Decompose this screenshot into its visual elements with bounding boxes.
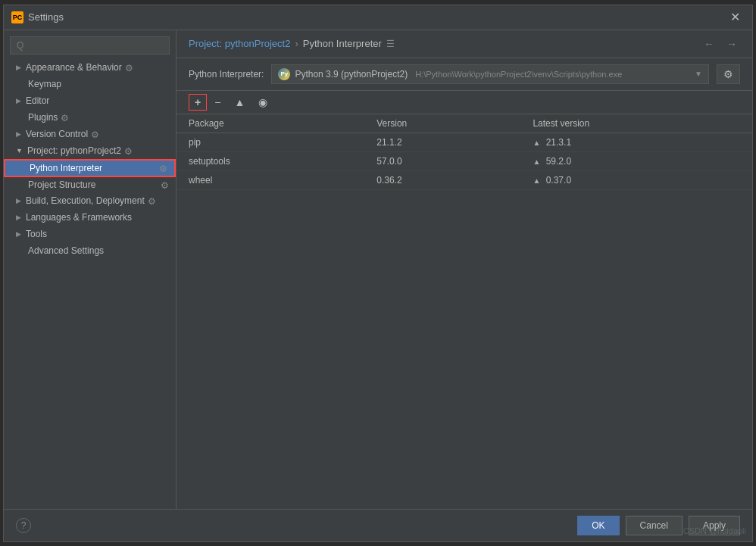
table-header: Package Version Latest version (177, 114, 752, 133)
sidebar-item-label: Project: pythonProject2 (27, 145, 121, 156)
upgrade-arrow-icon: ▲ (533, 176, 540, 185)
settings-dialog: PC Settings ✕ ▶ Appearance & Behavior ⚙ … (3, 5, 753, 542)
sidebar-item-label: Plugins (28, 112, 58, 123)
breadcrumb-current: Python Interpreter (303, 38, 382, 49)
sidebar-item-label: Build, Execution, Deployment (26, 195, 145, 206)
settings-icon: ⚙ (125, 63, 134, 72)
cell-package: wheel (177, 170, 364, 189)
sidebar-item-languages[interactable]: ▶ Languages & Frameworks (4, 209, 176, 226)
sidebar-item-label: Advanced Settings (28, 245, 104, 256)
settings-icon: ⚙ (148, 196, 157, 205)
table-row[interactable]: setuptools 57.0.0 ▲ 59.2.0 (177, 151, 752, 170)
breadcrumb: Project: pythonProject2 › Python Interpr… (189, 38, 395, 49)
forward-button[interactable]: → (723, 36, 740, 51)
sidebar-item-build[interactable]: ▶ Build, Execution, Deployment ⚙ (4, 192, 176, 209)
sidebar-item-keymap[interactable]: Keymap (4, 76, 176, 92)
latest-version-value: 21.3.1 (546, 137, 571, 148)
settings-icon: ⚙ (91, 129, 100, 139)
table-body: pip 21.1.2 ▲ 21.3.1 setuptools 57.0.0 ▲ (177, 133, 752, 189)
sidebar-item-label: Languages & Frameworks (26, 212, 132, 223)
cancel-button[interactable]: Cancel (626, 516, 683, 535)
table-row[interactable]: pip 21.1.2 ▲ 21.3.1 (177, 133, 752, 151)
footer-buttons: OK Cancel Apply (577, 516, 740, 535)
cell-version: 21.1.2 (364, 133, 520, 151)
title-bar-left: PC Settings (11, 11, 64, 23)
interpreter-row: Python Interpreter: Py Python 3.9 (pytho… (177, 58, 752, 91)
sidebar-item-plugins[interactable]: Plugins ⚙ (4, 109, 176, 126)
dialog-body: ▶ Appearance & Behavior ⚙ Keymap ▶ Edito… (4, 30, 752, 509)
breadcrumb-actions: ← → (701, 36, 740, 51)
window-title: Settings (28, 11, 64, 23)
packages-toolbar: + − ▲ ◉ (177, 91, 752, 114)
chevron-right-icon: ▶ (16, 97, 21, 105)
sidebar-item-label: Python Interpreter (30, 163, 102, 173)
settings-icon: ⚙ (159, 164, 168, 173)
chevron-right-icon: ▶ (16, 64, 21, 71)
sidebar-item-label: Project Structure (28, 179, 95, 190)
sidebar-item-python-interpreter[interactable]: Python Interpreter ⚙ (4, 159, 176, 177)
cell-version: 0.36.2 (364, 170, 520, 189)
latest-version-value: 0.37.0 (546, 175, 571, 186)
chevron-down-icon: ▼ (16, 147, 23, 154)
breadcrumb-bar: Project: pythonProject2 › Python Interpr… (177, 30, 752, 58)
interpreter-gear-button[interactable]: ⚙ (717, 64, 740, 84)
chevron-right-icon: ▶ (16, 197, 21, 204)
sidebar-item-label: Version Control (26, 129, 88, 139)
settings-icon: ⚙ (124, 146, 133, 155)
settings-icon: ⚙ (161, 180, 170, 189)
python-icon: Py (278, 68, 290, 80)
ok-button[interactable]: OK (577, 516, 619, 535)
search-input[interactable] (10, 36, 170, 55)
cell-package: setuptools (177, 151, 364, 170)
chevron-right-icon: ▶ (16, 214, 21, 221)
chevron-right-icon: ▶ (16, 130, 21, 138)
cell-latest: ▲ 21.3.1 (520, 133, 752, 151)
sidebar-item-tools[interactable]: ▶ Tools (4, 226, 176, 242)
sidebar-item-label: Keymap (28, 79, 61, 89)
col-latest: Latest version (520, 114, 752, 133)
sidebar-item-project-structure[interactable]: Project Structure ⚙ (4, 177, 176, 192)
sidebar-item-label: Editor (26, 95, 49, 106)
cell-version: 57.0.0 (364, 151, 520, 170)
main-content: Project: pythonProject2 › Python Interpr… (177, 30, 752, 509)
packages-table: Package Version Latest version pip 21.1.… (177, 114, 752, 509)
sidebar-item-label: Tools (26, 229, 47, 239)
table-row[interactable]: wheel 0.36.2 ▲ 0.37.0 (177, 170, 752, 189)
add-package-button[interactable]: + (189, 94, 207, 111)
sidebar: ▶ Appearance & Behavior ⚙ Keymap ▶ Edito… (4, 30, 177, 509)
latest-version-value: 59.2.0 (546, 156, 571, 167)
interpreter-label: Python Interpreter: (189, 69, 264, 80)
interpreter-select-inner: Py Python 3.9 (pythonProject2) H:\Python… (278, 68, 690, 80)
packages-list: Package Version Latest version pip 21.1.… (177, 114, 752, 190)
cell-latest: ▲ 0.37.0 (520, 170, 752, 189)
col-version: Version (364, 114, 520, 133)
sidebar-item-advanced[interactable]: Advanced Settings (4, 242, 176, 259)
dialog-footer: ? OK Cancel Apply (4, 509, 752, 541)
breadcrumb-link-project[interactable]: Project: pythonProject2 (189, 38, 290, 49)
back-button[interactable]: ← (701, 36, 717, 51)
apply-button[interactable]: Apply (689, 516, 740, 535)
sidebar-item-project[interactable]: ▼ Project: pythonProject2 ⚙ (4, 142, 176, 159)
interpreter-value: Python 3.9 (pythonProject2) (295, 69, 408, 80)
upgrade-package-button[interactable]: ▲ (228, 94, 251, 111)
sidebar-item-editor[interactable]: ▶ Editor (4, 92, 176, 109)
upgrade-arrow-icon: ▲ (533, 139, 540, 147)
remove-package-button[interactable]: − (208, 94, 226, 111)
upgrade-arrow-icon: ▲ (533, 158, 540, 166)
settings-icon: ⚙ (61, 113, 70, 122)
interpreter-path: H:\Python\Work\pythonProject2\venv\Scrip… (415, 70, 622, 79)
close-button[interactable]: ✕ (726, 10, 745, 25)
interpreter-select[interactable]: Py Python 3.9 (pythonProject2) H:\Python… (271, 64, 709, 84)
breadcrumb-separator: › (295, 38, 298, 49)
chevron-right-icon: ▶ (16, 230, 21, 238)
show-outdated-button[interactable]: ◉ (252, 94, 273, 111)
col-package: Package (177, 114, 364, 133)
app-icon: PC (11, 11, 23, 23)
cell-latest: ▲ 59.2.0 (520, 151, 752, 170)
sidebar-item-appearance[interactable]: ▶ Appearance & Behavior ⚙ (4, 59, 176, 76)
title-bar: PC Settings ✕ (4, 5, 752, 30)
pin-icon[interactable]: ☰ (386, 39, 395, 49)
sidebar-item-version-control[interactable]: ▶ Version Control ⚙ (4, 126, 176, 142)
dropdown-arrow-icon: ▼ (695, 70, 702, 78)
help-button[interactable]: ? (16, 518, 31, 533)
